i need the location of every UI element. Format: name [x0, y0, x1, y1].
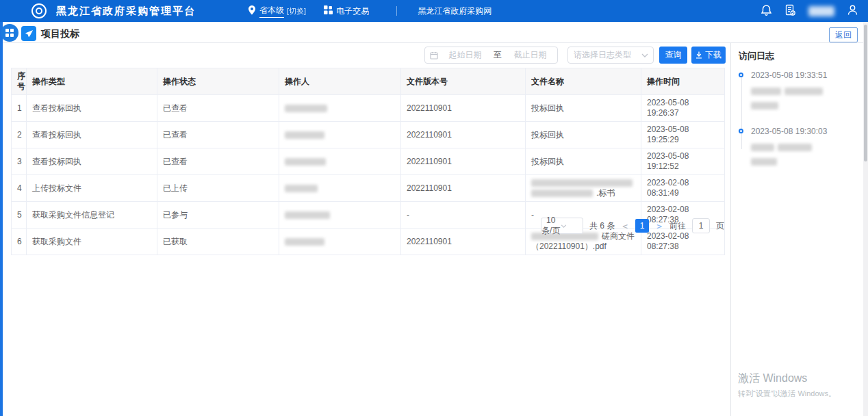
- calendar-icon: [430, 51, 438, 60]
- page-size-value: 10条/页: [541, 216, 561, 237]
- cell-no: 3: [12, 148, 27, 175]
- log-type-placeholder: 请选择日志类型: [574, 49, 641, 61]
- chevron-down-icon: [561, 224, 580, 228]
- top-menu: 省本级 [切换] 电子交易 黑龙江省政府采购网: [248, 5, 509, 18]
- access-log-panel: 访问日志 2023-05-08 19:33:512023-05-08 19:30…: [730, 43, 863, 416]
- e-trade-menu-item[interactable]: 电子交易: [324, 5, 369, 17]
- cell-version: 2022110901: [401, 122, 526, 148]
- timeline-dot-icon: [739, 129, 743, 133]
- username-redacted: [808, 6, 834, 16]
- table-row: 3查看投标回执已查看2022110901投标回执2023-05-08 19:12…: [12, 148, 725, 175]
- date-range-picker[interactable]: 起始日期 至 截止日期: [424, 47, 558, 64]
- vertical-scrollbar[interactable]: [863, 22, 868, 416]
- nav-divider: [396, 6, 397, 16]
- redacted-text: [784, 88, 823, 95]
- access-log-entry: 2023-05-08 19:30:03: [739, 127, 863, 166]
- download-button[interactable]: 下载: [691, 47, 726, 64]
- access-log-timeline: 2023-05-08 19:33:512023-05-08 19:30:03: [739, 70, 863, 166]
- topbar-right-icons: [761, 0, 858, 22]
- cell-operator: [279, 175, 401, 202]
- redacted-text: [531, 179, 633, 187]
- redacted-text: [778, 144, 812, 151]
- redacted-text: [285, 238, 324, 246]
- page-unit-label: 页: [716, 220, 724, 232]
- document-check-icon[interactable]: [784, 4, 796, 18]
- cell-version: 2022110901: [401, 175, 526, 202]
- table-row: 1查看投标回执已查看2022110901投标回执2023-05-08 19:26…: [12, 95, 725, 122]
- region-label[interactable]: 省本级: [259, 5, 284, 18]
- date-range-separator: 至: [492, 49, 503, 61]
- redacted-text: [285, 131, 324, 139]
- grid-icon: [324, 5, 336, 16]
- cell-type: 上传投标文件: [27, 175, 157, 202]
- procurement-site-link[interactable]: 黑龙江省政府采购网: [418, 5, 492, 17]
- cell-operator: [279, 148, 401, 175]
- cell-operator: [279, 122, 401, 148]
- cell-file: .标书: [526, 175, 641, 202]
- goto-page-input[interactable]: [692, 218, 710, 233]
- left-accent-strip: [0, 22, 3, 416]
- file-name-tail: .标书: [596, 188, 615, 198]
- log-type-select[interactable]: 请选择日志类型: [567, 47, 654, 64]
- redacted-text: [751, 144, 774, 151]
- back-button[interactable]: 返回: [829, 27, 858, 42]
- top-navigation-bar: 黑龙江省政府采购管理平台 省本级 [切换] 电子交易 黑龙江省政府采购网: [0, 0, 868, 22]
- start-date-placeholder[interactable]: 起始日期: [438, 49, 492, 61]
- column-header: 文件版本号: [401, 68, 526, 95]
- next-page-button[interactable]: >: [655, 221, 663, 231]
- timeline-dot-icon: [739, 73, 743, 77]
- redacted-text: [751, 102, 778, 109]
- download-icon: [695, 51, 702, 59]
- pagination-bar: 10条/页 共 6 条 < 1 > 前往 页: [11, 217, 724, 235]
- redacted-text: [531, 190, 593, 197]
- access-log-redacted-content: [751, 86, 863, 110]
- redacted-text: [285, 158, 326, 166]
- watermark-line1: 激活 Windows: [738, 372, 836, 386]
- cell-status: 已查看: [157, 122, 279, 148]
- cell-file: 投标回执: [526, 95, 641, 122]
- e-trade-label[interactable]: 电子交易: [336, 5, 369, 17]
- end-date-placeholder[interactable]: 截止日期: [503, 49, 557, 61]
- column-header: 序号: [12, 68, 27, 95]
- apps-menu-button[interactable]: [1, 24, 18, 42]
- access-log-redacted-content: [751, 142, 863, 166]
- cell-no: 2: [12, 122, 27, 148]
- column-header: 操作类型: [27, 68, 157, 95]
- cell-time: 2023-05-08 19:25:29: [641, 122, 725, 148]
- column-header: 文件名称: [526, 68, 641, 95]
- site-label[interactable]: 黑龙江省政府采购网: [418, 5, 492, 17]
- column-header: 操作时间: [641, 68, 725, 95]
- redacted-text: [751, 88, 781, 95]
- cell-no: 1: [12, 95, 27, 122]
- notification-bell-icon[interactable]: [761, 4, 772, 18]
- region-switch-link[interactable]: [切换]: [287, 6, 306, 16]
- platform-logo-icon: [31, 3, 47, 18]
- page-title: 项目投标: [41, 28, 79, 40]
- redacted-text: [285, 185, 318, 192]
- search-button[interactable]: 查询: [659, 47, 687, 64]
- total-count: 共 6 条: [589, 220, 615, 232]
- access-log-title: 访问日志: [739, 50, 863, 62]
- access-log-time: 2023-05-08 19:33:51: [751, 70, 863, 80]
- cell-time: 2023-02-08 08:31:49: [641, 175, 725, 202]
- cell-type: 查看投标回执: [27, 95, 157, 122]
- cell-no: 4: [12, 175, 27, 202]
- access-log-time: 2023-05-08 19:30:03: [751, 127, 863, 136]
- region-switcher[interactable]: 省本级 [切换]: [248, 5, 306, 18]
- table-header-row: 序号操作类型操作状态操作人文件版本号文件名称操作时间: [12, 68, 725, 95]
- prev-page-button[interactable]: <: [621, 221, 629, 231]
- windows-activation-watermark: 激活 Windows 转到“设置”以激活 Windows。: [738, 372, 836, 399]
- goto-label: 前往: [669, 220, 686, 232]
- app-title: 黑龙江省政府采购管理平台: [56, 5, 196, 18]
- cell-type: 查看投标回执: [27, 122, 157, 148]
- location-pin-icon: [248, 5, 259, 17]
- page-size-select[interactable]: 10条/页: [541, 218, 583, 234]
- scrollbar-thumb[interactable]: [864, 25, 867, 161]
- current-page-button[interactable]: 1: [635, 219, 649, 233]
- page-title-bar: [0, 22, 868, 43]
- cell-status: 已上传: [157, 175, 279, 202]
- apps-grid-icon: [5, 29, 14, 37]
- user-profile-icon[interactable]: [847, 4, 858, 18]
- column-header: 操作状态: [157, 68, 279, 95]
- table-row: 4上传投标文件已上传2022110901.标书2023-02-08 08:31:…: [12, 175, 725, 202]
